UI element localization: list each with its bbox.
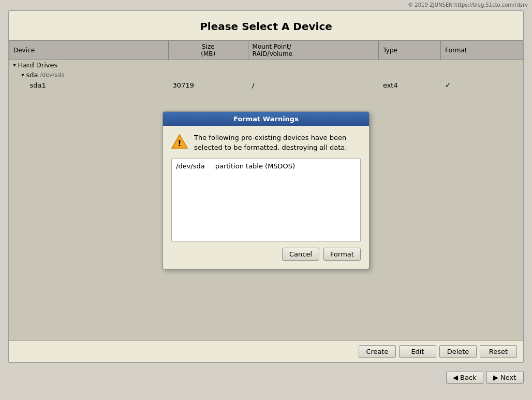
edit-button[interactable]: Edit bbox=[399, 345, 436, 358]
modal-device-desc: partition table (MSDOS) bbox=[215, 162, 295, 170]
delete-button[interactable]: Delete bbox=[439, 345, 477, 358]
back-button[interactable]: ◀ Back bbox=[446, 371, 483, 384]
next-button[interactable]: ▶ Next bbox=[486, 371, 524, 384]
reset-button[interactable]: Reset bbox=[480, 345, 517, 358]
svg-text:!: ! bbox=[178, 138, 181, 148]
back-label: Back bbox=[460, 374, 477, 381]
modal-list-item: /dev/sda partition table (MSDOS) bbox=[176, 162, 356, 170]
modal-overlay: Format Warnings ! The following pre-exis… bbox=[9, 40, 523, 340]
warning-icon: ! bbox=[171, 133, 188, 150]
modal-warning-text: The following pre-existing devices have … bbox=[194, 133, 361, 152]
format-button[interactable]: Format bbox=[323, 248, 361, 261]
modal-buttons: Cancel Format bbox=[171, 248, 361, 264]
nav-buttons: ◀ Back ▶ Next bbox=[0, 368, 532, 388]
watermark: © 2019 ZJUNSEN https://blog.51cto.com/rd… bbox=[408, 2, 528, 8]
bottom-buttons: Create Edit Delete Reset bbox=[9, 340, 523, 362]
back-arrow-icon: ◀ bbox=[453, 374, 458, 381]
modal-device-list: /dev/sda partition table (MSDOS) bbox=[171, 159, 361, 241]
next-arrow-icon: ▶ bbox=[493, 374, 498, 381]
modal-warning-row: ! The following pre-existing devices hav… bbox=[171, 133, 361, 152]
cancel-button[interactable]: Cancel bbox=[282, 248, 319, 261]
page-title: Please Select A Device bbox=[9, 11, 523, 40]
modal-title-bar: Format Warnings bbox=[163, 112, 369, 126]
create-button[interactable]: Create bbox=[359, 345, 396, 358]
modal-device-path: /dev/sda bbox=[176, 162, 205, 170]
device-table-area: Device Size(MB) Mount Point/RAID/Volume … bbox=[9, 40, 523, 340]
main-window: Please Select A Device Device Size(MB) M… bbox=[8, 10, 524, 363]
modal-body: ! The following pre-existing devices hav… bbox=[163, 126, 369, 268]
next-label: Next bbox=[500, 374, 516, 381]
format-warnings-dialog: Format Warnings ! The following pre-exis… bbox=[162, 111, 370, 269]
